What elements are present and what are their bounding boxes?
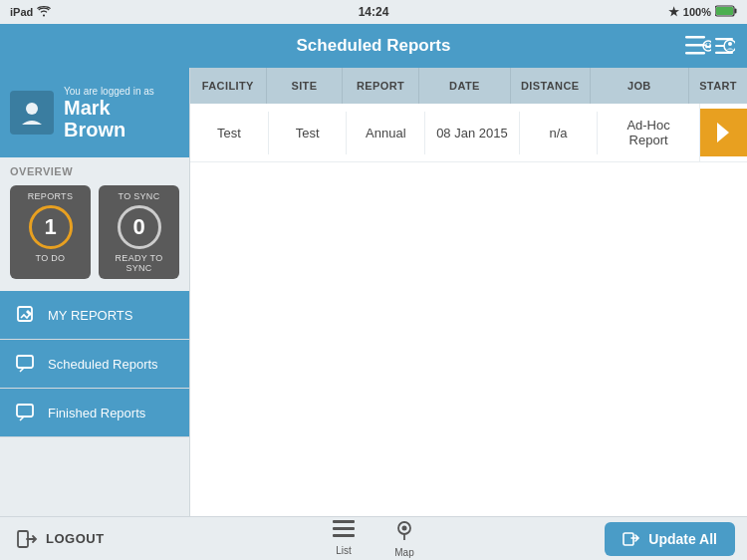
nav-items: MY REPORTS Scheduled Reports (0, 291, 189, 516)
list-icon (333, 520, 355, 543)
update-all-label: Update All (648, 531, 717, 547)
list-tab-label: List (336, 545, 352, 556)
bluetooth-icon: ★ (668, 5, 679, 19)
bottom-bar: LOGOUT List Map (0, 516, 747, 560)
svg-point-14 (26, 103, 38, 115)
avatar (10, 91, 54, 135)
finished-reports-label: Finished Reports (48, 406, 145, 420)
my-reports-label: MY REPORTS (48, 308, 132, 323)
sidebar-item-scheduled-reports[interactable]: Scheduled Reports (0, 340, 189, 389)
svg-rect-16 (17, 356, 33, 368)
cell-job: Ad-Hoc Report (598, 104, 699, 161)
svg-rect-5 (685, 52, 705, 55)
svg-point-23 (402, 525, 407, 530)
svg-rect-2 (716, 7, 733, 15)
sidebar-item-my-reports[interactable]: MY REPORTS (0, 291, 189, 340)
sync-count-circle: 0 (118, 205, 161, 249)
sync-bottom-label: READY TO SYNC (103, 253, 175, 273)
svg-point-8 (707, 43, 710, 46)
table-row: Test Test Annual 08 Jan 2015 n/a Ad-Hoc … (190, 104, 747, 162)
svg-rect-21 (333, 534, 355, 537)
svg-rect-1 (735, 9, 737, 14)
cell-facility: Test (190, 112, 269, 154)
menu-button[interactable] (685, 35, 735, 57)
svg-rect-4 (685, 44, 705, 47)
sidebar-item-finished-reports[interactable]: Finished Reports (0, 389, 189, 437)
edit-icon (14, 303, 38, 327)
col-distance: DISTANCE (511, 68, 591, 104)
content-area: FACILITY SITE REPORT DATE DISTANCE JOB S… (190, 68, 747, 516)
battery-percent: 100% (683, 6, 711, 18)
svg-rect-3 (685, 36, 705, 39)
col-site: SITE (267, 68, 344, 104)
header: Scheduled Reports (0, 24, 747, 68)
logout-button[interactable]: LOGOUT (0, 528, 121, 550)
table-header: FACILITY SITE REPORT DATE DISTANCE JOB S… (190, 68, 747, 104)
ipad-label: iPad (10, 6, 33, 18)
svg-rect-17 (17, 405, 33, 417)
header-title: Scheduled Reports (297, 36, 451, 56)
col-facility: FACILITY (190, 68, 267, 104)
status-bar: iPad 14:24 ★ 100% (0, 0, 747, 24)
status-time: 14:24 (359, 5, 389, 19)
logged-in-label: You are logged in as (64, 86, 154, 97)
user-info: You are logged in as Mark Brown (64, 86, 154, 140)
bottom-tabs: List Map (313, 516, 434, 561)
map-tab-label: Map (394, 547, 413, 558)
scheduled-reports-label: Scheduled Reports (48, 357, 158, 372)
svg-rect-20 (333, 527, 355, 530)
overview-label: OVERVIEW (10, 165, 179, 177)
battery-icon (715, 5, 737, 19)
user-name: Mark Brown (64, 97, 154, 140)
start-button[interactable] (700, 109, 747, 156)
cell-site: Test (269, 112, 348, 154)
sidebar: You are logged in as Mark Brown OVERVIEW… (0, 68, 190, 516)
col-start: START (689, 68, 747, 104)
cell-distance: n/a (520, 112, 599, 154)
map-icon (394, 520, 414, 545)
overview-section: OVERVIEW REPORTS 1 TO DO TO SYNC 0 READY… (0, 157, 189, 283)
tab-list[interactable]: List (313, 516, 374, 561)
sync-top-label: TO SYNC (103, 191, 175, 201)
cell-start[interactable] (700, 109, 747, 156)
main-layout: You are logged in as Mark Brown OVERVIEW… (0, 68, 747, 516)
update-all-button[interactable]: Update All (605, 522, 735, 556)
finished-chat-icon (14, 401, 38, 424)
svg-rect-19 (333, 520, 355, 523)
reports-count-circle: 1 (29, 205, 73, 249)
cell-date: 08 Jan 2015 (425, 112, 519, 154)
reports-top-label: REPORTS (14, 191, 87, 201)
sync-card: TO SYNC 0 READY TO SYNC (99, 185, 179, 279)
cell-report: Annual (347, 112, 425, 154)
reports-bottom-label: TO DO (14, 253, 87, 263)
logout-label: LOGOUT (46, 531, 105, 546)
reports-todo-card: REPORTS 1 TO DO (10, 185, 91, 279)
col-date: DATE (419, 68, 511, 104)
svg-point-12 (724, 40, 735, 52)
scheduled-chat-icon (14, 352, 38, 376)
user-section: You are logged in as Mark Brown (0, 68, 189, 157)
svg-point-13 (728, 42, 732, 46)
col-job: JOB (591, 68, 690, 104)
tab-map[interactable]: Map (374, 516, 434, 561)
overview-cards: REPORTS 1 TO DO TO SYNC 0 READY TO SYNC (10, 185, 179, 279)
wifi-icon (37, 6, 51, 19)
col-report: REPORT (343, 68, 419, 104)
svg-rect-24 (623, 533, 633, 545)
